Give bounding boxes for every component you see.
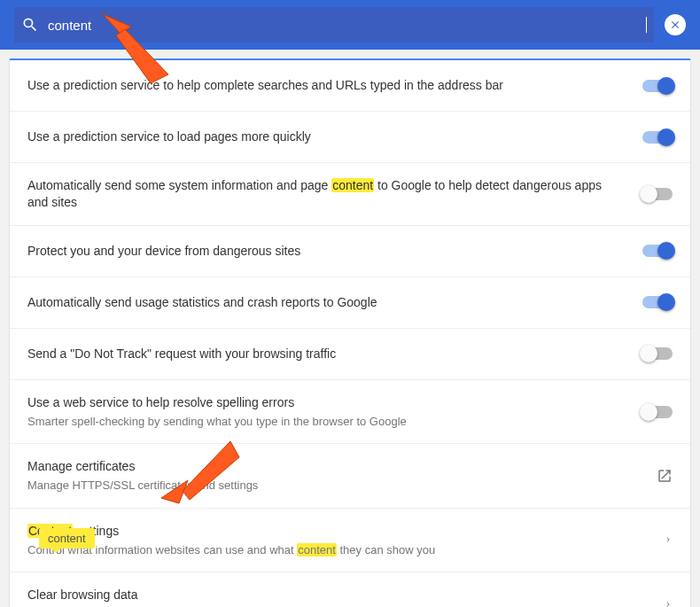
setting-row-sys-info: Automatically send some system informati… xyxy=(10,163,690,226)
setting-row-usage-stats: Automatically send usage statistics and … xyxy=(10,277,690,329)
settings-search-bar xyxy=(0,0,700,50)
toggle-knob xyxy=(657,242,675,260)
setting-title: Content settings xyxy=(27,523,646,540)
setting-subtitle: Smarter spell-checking by sending what y… xyxy=(27,414,625,430)
setting-row-spellcheck: Use a web service to help resolve spelli… xyxy=(10,380,690,444)
setting-text: Automatically send some system informati… xyxy=(27,177,642,211)
setting-row-safe-browsing: Protect you and your device from dangero… xyxy=(10,226,690,277)
setting-text: Automatically send usage statistics and … xyxy=(27,294,642,311)
setting-text: Content settingsControl what information… xyxy=(27,523,664,557)
setting-text: Send a "Do Not Track" request with your … xyxy=(27,346,642,362)
close-icon xyxy=(669,19,681,31)
setting-title: Manage certificates xyxy=(27,458,639,475)
search-input[interactable] xyxy=(48,18,646,33)
setting-text: Use a web service to help resolve spelli… xyxy=(27,394,642,429)
setting-subtitle: Manage HTTPS/SSL certificates and settin… xyxy=(27,478,639,494)
setting-text: Manage certificatesManage HTTPS/SSL cert… xyxy=(27,458,657,493)
setting-title: Use a prediction service to load pages m… xyxy=(27,128,625,145)
setting-row-content-settings[interactable]: Content settingsControl what information… xyxy=(10,509,690,572)
setting-title: Automatically send usage statistics and … xyxy=(27,294,625,311)
toggle-knob xyxy=(640,185,657,203)
setting-text: Use a prediction service to help complet… xyxy=(27,77,642,94)
chevron-right-icon xyxy=(664,533,673,546)
toggle-knob xyxy=(657,293,675,311)
setting-text: Protect you and your device from dangero… xyxy=(27,243,642,260)
toggle-predict-url[interactable] xyxy=(642,80,673,92)
toggle-sys-info[interactable] xyxy=(642,188,673,200)
open-external-icon xyxy=(657,468,673,484)
setting-title: Protect you and your device from dangero… xyxy=(27,243,625,260)
toggle-knob xyxy=(657,77,675,95)
setting-row-dnt: Send a "Do Not Track" request with your … xyxy=(10,329,690,380)
toggle-dnt[interactable] xyxy=(642,347,673,360)
settings-page: Use a prediction service to help complet… xyxy=(0,50,700,607)
setting-row-clear-data[interactable]: Clear browsing dataClear history, cookie… xyxy=(10,572,690,607)
toggle-safe-browsing[interactable] xyxy=(642,245,673,257)
highlighted-term: content xyxy=(331,178,374,192)
setting-title: Use a prediction service to help complet… xyxy=(27,77,625,94)
toggle-knob xyxy=(657,128,675,146)
chevron-right-icon xyxy=(664,598,673,607)
setting-title: Use a web service to help resolve spelli… xyxy=(27,394,625,411)
toggle-knob xyxy=(640,345,657,362)
highlighted-term: content xyxy=(297,543,337,556)
search-term-tooltip: content xyxy=(39,528,95,549)
toggle-knob xyxy=(640,403,657,421)
tooltip-text: content xyxy=(48,532,86,545)
setting-row-predict-pages: Use a prediction service to load pages m… xyxy=(10,112,690,163)
setting-title: Send a "Do Not Track" request with your … xyxy=(27,346,625,362)
setting-text: Use a prediction service to load pages m… xyxy=(27,128,642,145)
toggle-predict-pages[interactable] xyxy=(642,131,673,144)
setting-title: Automatically send some system informati… xyxy=(27,177,625,211)
settings-card: Use a prediction service to help complet… xyxy=(9,58,691,607)
setting-text: Clear browsing dataClear history, cookie… xyxy=(27,587,664,607)
text-caret xyxy=(646,17,647,33)
setting-title: Clear browsing data xyxy=(27,587,646,603)
clear-search-button[interactable] xyxy=(665,14,686,35)
toggle-usage-stats[interactable] xyxy=(642,296,673,308)
setting-row-predict-url: Use a prediction service to help complet… xyxy=(10,60,690,112)
setting-row-certs[interactable]: Manage certificatesManage HTTPS/SSL cert… xyxy=(10,444,690,508)
toggle-spellcheck[interactable] xyxy=(642,406,673,418)
search-field-wrap[interactable] xyxy=(14,7,654,43)
search-icon xyxy=(21,16,39,34)
setting-subtitle: Control what information websites can us… xyxy=(27,542,646,558)
